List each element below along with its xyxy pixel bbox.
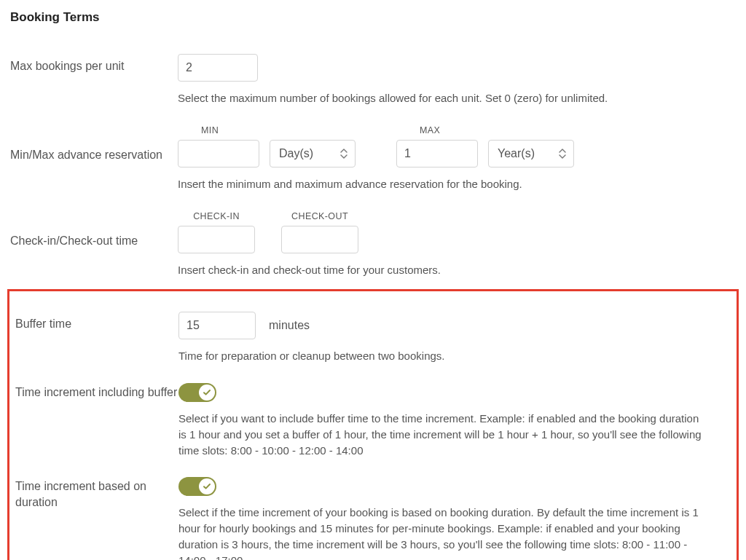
max-advance-unit-value: Year(s) [498, 147, 535, 160]
check-icon [203, 388, 211, 397]
min-header: MIN [178, 125, 219, 135]
max-header: MAX [396, 125, 440, 135]
max-bookings-input[interactable] [178, 54, 258, 82]
row-increment-duration: Time increment based on duration Select … [12, 477, 734, 560]
buffer-unit-label: minutes [269, 319, 310, 332]
increment-duration-toggle[interactable] [178, 477, 216, 496]
toggle-knob [199, 384, 215, 401]
buffer-time-input[interactable] [178, 312, 256, 339]
highlight-box: Buffer time minutes Time for preparation… [7, 289, 739, 560]
label-advance-reservation: Min/Max advance reservation [10, 125, 178, 163]
checkout-header: CHECK-OUT [281, 211, 358, 221]
min-advance-unit-select[interactable]: Day(s) [270, 140, 356, 167]
row-advance-reservation: Min/Max advance reservation MIN Day(s) [7, 125, 739, 211]
checkout-input[interactable] [281, 226, 358, 253]
desc-max-bookings: Select the maximum number of bookings al… [178, 90, 702, 106]
max-advance-unit-select[interactable]: Year(s) [488, 140, 574, 167]
desc-check-times: Insert check-in and check-out time for y… [178, 262, 702, 278]
label-increment-buffer: Time increment including buffer [15, 383, 178, 401]
max-advance-input[interactable] [396, 140, 478, 167]
checkin-header: CHECK-IN [178, 211, 255, 221]
row-max-bookings: Max bookings per unit Select the maximum… [7, 54, 739, 125]
min-advance-unit-value: Day(s) [279, 147, 313, 160]
check-icon [203, 482, 211, 491]
min-advance-input[interactable] [178, 140, 259, 167]
label-buffer-time: Buffer time [15, 312, 178, 332]
desc-increment-buffer: Select if you want to include buffer tim… [178, 411, 703, 458]
label-check-times: Check-in/Check-out time [10, 211, 178, 249]
desc-buffer-time: Time for preparation or cleanup between … [178, 348, 703, 364]
label-max-bookings: Max bookings per unit [10, 54, 178, 74]
label-increment-duration: Time increment based on duration [15, 477, 178, 510]
row-check-times: Check-in/Check-out time CHECK-IN CHECK-O… [7, 211, 739, 293]
section-title: Booking Terms [7, 10, 739, 25]
row-buffer-time: Buffer time minutes Time for preparation… [12, 312, 734, 383]
checkin-input[interactable] [178, 226, 255, 253]
increment-buffer-toggle[interactable] [178, 383, 216, 402]
row-increment-buffer: Time increment including buffer Select i… [12, 383, 734, 477]
desc-advance-reservation: Insert the minimum and maximum advance r… [178, 176, 702, 192]
desc-increment-duration: Select if the time increment of your boo… [178, 505, 703, 560]
toggle-knob [199, 478, 215, 494]
